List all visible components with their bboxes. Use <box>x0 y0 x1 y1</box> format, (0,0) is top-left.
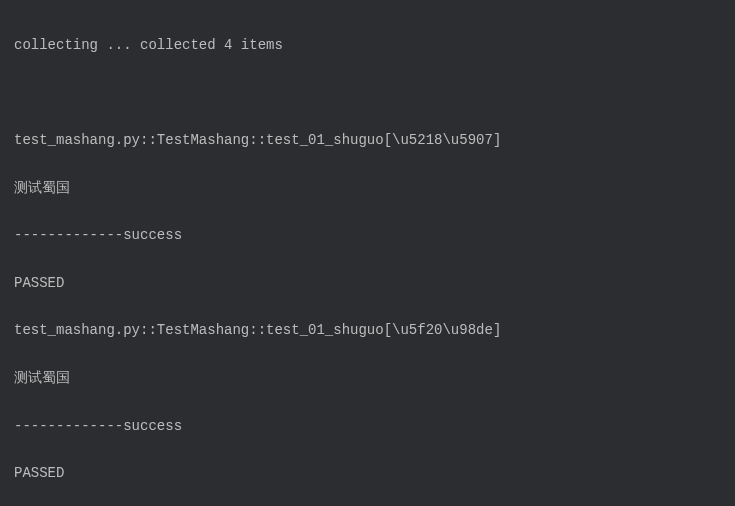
test-status: PASSED <box>14 272 721 296</box>
test-result: -------------success <box>14 415 721 439</box>
test-result: -------------success <box>14 224 721 248</box>
test-status: PASSED <box>14 462 721 486</box>
test-header: test_mashang.py::TestMashang::test_01_sh… <box>14 129 721 153</box>
test-description: 测试蜀国 <box>14 177 721 201</box>
blank-line <box>14 81 721 105</box>
test-header: test_mashang.py::TestMashang::test_01_sh… <box>14 319 721 343</box>
collecting-line: collecting ... collected 4 items <box>14 34 721 58</box>
test-description: 测试蜀国 <box>14 367 721 391</box>
terminal-output: collecting ... collected 4 items test_ma… <box>14 10 721 506</box>
